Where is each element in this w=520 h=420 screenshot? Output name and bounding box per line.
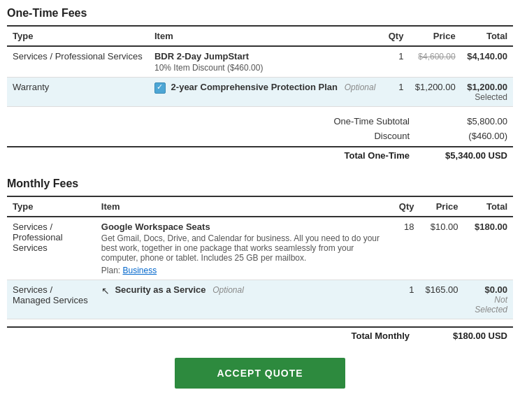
plan-link[interactable]: Business [123, 266, 157, 275]
m-row1-qty: 18 [393, 217, 420, 280]
col-item-ot: Item [149, 26, 382, 46]
m-row2-not-selected: Not Selected [470, 295, 507, 314]
monthly-fees-section: Monthly Fees Type Item Qty Price Total S… [7, 178, 513, 344]
discount-value: ($460.00) [424, 131, 507, 141]
m-row1-total-value: $180.00 [475, 222, 507, 232]
row2-type: Warranty [7, 78, 149, 107]
one-time-fees-section: One-Time Fees Type Item Qty Price Total … [7, 7, 513, 164]
row1-total: $4,140.00 [461, 46, 513, 78]
row2-total-value: $1,200.00 [467, 82, 507, 92]
discount-row: Discount ($460.00) [7, 129, 513, 143]
one-time-title: One-Time Fees [7, 7, 513, 20]
m-row2-item: ↖ Security as a Service Optional [96, 280, 393, 319]
monthly-total-row: Total Monthly $180.00 USD [7, 326, 513, 344]
m-row1-type: Services / Professional Services [7, 217, 96, 280]
table-row: Services / Professional Services Google … [7, 217, 513, 280]
table-row: Services / Professional Services BDR 2-D… [7, 46, 513, 78]
m-row1-price: $10.00 [420, 217, 464, 280]
col-qty-m: Qty [393, 196, 420, 217]
one-time-total-label: Total One-Time [312, 150, 424, 161]
accept-button-container: ACCEPT QUOTE [7, 358, 513, 389]
col-type-m: Type [7, 196, 96, 217]
col-price-ot: Price [409, 26, 461, 46]
row1-price-strike: $4,600.00 [418, 52, 455, 61]
row1-price: $4,600.00 [409, 46, 461, 78]
m-row1-item-sub: Get Gmail, Docs, Drive, and Calendar for… [101, 233, 388, 263]
monthly-total-label: Total Monthly [312, 331, 424, 341]
row1-total-value: $4,140.00 [467, 51, 507, 61]
discount-label: Discount [312, 131, 424, 141]
m-row2-total: $0.00 Not Selected [464, 280, 513, 319]
monthly-table: Type Item Qty Price Total Services / Pro… [7, 196, 513, 319]
monthly-total-value: $180.00 USD [424, 331, 507, 341]
warranty-checkbox[interactable] [154, 82, 166, 94]
col-type-ot: Type [7, 26, 149, 46]
col-item-m: Item [96, 196, 393, 217]
row2-qty: 1 [382, 78, 409, 107]
accept-quote-button[interactable]: ACCEPT QUOTE [175, 358, 345, 389]
row1-item-name: BDR 2-Day JumpStart [154, 51, 377, 61]
row1-item-sub: 10% Item Discount ($460.00) [154, 63, 377, 73]
subtotal-label: One-Time Subtotal [312, 116, 424, 126]
m-row1-item-name: Google Workspace Seats [101, 222, 388, 232]
m-row2-qty: 1 [393, 280, 420, 319]
col-qty-ot: Qty [382, 26, 409, 46]
col-total-m: Total [464, 196, 513, 217]
m-row1-total: $180.00 [464, 217, 513, 280]
row2-price: $1,200.00 [409, 78, 461, 107]
table-row: Warranty 2-year Comprehensive Protection… [7, 78, 513, 107]
m-row2-total-value: $0.00 [470, 284, 507, 295]
row2-item-name: 2-year Comprehensive Protection Plan [171, 82, 338, 92]
col-price-m: Price [420, 196, 464, 217]
row2-selected: Selected [467, 92, 507, 102]
row1-type: Services / Professional Services [7, 46, 149, 78]
subtotal-value: $5,800.00 [424, 116, 507, 126]
row1-qty: 1 [382, 46, 409, 78]
one-time-table: Type Item Qty Price Total Services / Pro… [7, 25, 513, 107]
m-row2-type: Services / Managed Services [7, 280, 96, 319]
m-row2-price: $165.00 [420, 280, 464, 319]
cursor-icon: ↖ [101, 285, 110, 296]
one-time-subtotals: One-Time Subtotal $5,800.00 Discount ($4… [7, 114, 513, 164]
m-row2-item-name: Security as a Service [115, 284, 205, 295]
col-total-ot: Total [461, 26, 513, 46]
m-row2-optional-badge: Optional [212, 285, 244, 295]
row2-item: 2-year Comprehensive Protection Plan Opt… [149, 78, 382, 107]
monthly-title: Monthly Fees [7, 178, 513, 190]
monthly-subtotals: Total Monthly $180.00 USD [7, 326, 513, 344]
row1-item: BDR 2-Day JumpStart 10% Item Discount ($… [149, 46, 382, 78]
m-row1-item: Google Workspace Seats Get Gmail, Docs, … [96, 217, 393, 280]
one-time-total-value: $5,340.00 USD [424, 150, 507, 161]
m-row1-plan: Plan: Business [101, 266, 388, 275]
table-row: Services / Managed Services ↖ Security a… [7, 280, 513, 319]
one-time-total-row: Total One-Time $5,340.00 USD [7, 146, 513, 164]
subtotal-row: One-Time Subtotal $5,800.00 [7, 114, 513, 129]
row2-total: $1,200.00 Selected [461, 78, 513, 107]
row2-optional-badge: Optional [345, 82, 376, 92]
